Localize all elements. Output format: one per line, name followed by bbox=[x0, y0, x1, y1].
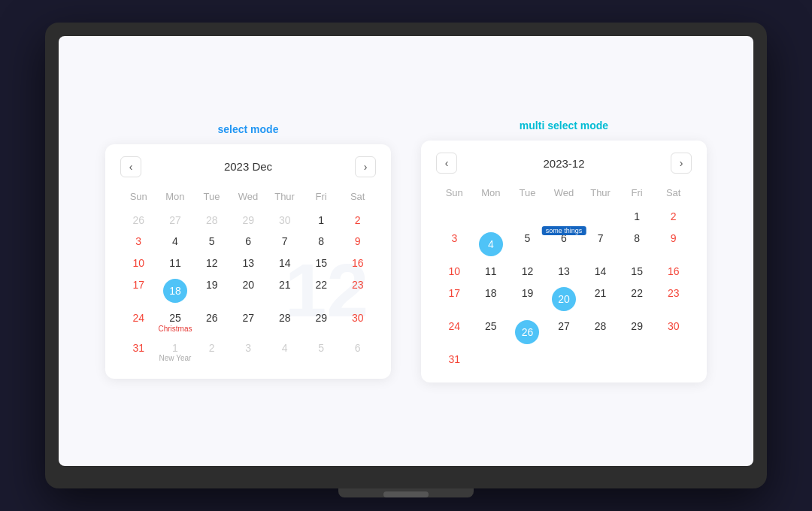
day-cell[interactable]: 5 bbox=[509, 228, 546, 261]
day-cell[interactable]: 6 bbox=[340, 337, 376, 367]
day-cell[interactable]: 20 bbox=[546, 283, 583, 316]
day-cell[interactable]: 20 bbox=[230, 274, 267, 307]
day-cell[interactable]: 22 bbox=[303, 274, 340, 307]
day-cell[interactable]: 29 bbox=[303, 307, 340, 337]
day-cell[interactable]: 21 bbox=[267, 274, 304, 307]
day-cell[interactable]: 6 bbox=[230, 231, 267, 252]
day-cell[interactable]: 25 bbox=[473, 316, 510, 349]
dow-cell: Tue bbox=[193, 188, 230, 205]
day-cell[interactable] bbox=[473, 349, 510, 370]
day-cell[interactable]: 5 bbox=[303, 337, 340, 367]
day-cell[interactable]: 2 bbox=[340, 210, 376, 231]
day-cell[interactable]: 13 bbox=[230, 252, 267, 274]
day-cell[interactable]: 15 bbox=[303, 252, 340, 274]
day-cell[interactable]: 7 bbox=[582, 228, 619, 261]
day-cell[interactable]: 14 bbox=[582, 261, 619, 283]
day-label: New Year bbox=[159, 354, 192, 362]
day-cell[interactable]: 16 bbox=[655, 261, 692, 283]
day-cell[interactable]: 22 bbox=[619, 283, 656, 316]
day-cell[interactable] bbox=[509, 349, 546, 370]
right-next-btn[interactable]: › bbox=[671, 153, 692, 174]
day-cell[interactable]: 27 bbox=[546, 316, 583, 349]
day-cell[interactable]: 3 bbox=[120, 231, 156, 252]
left-prev-btn[interactable]: ‹ bbox=[120, 156, 141, 177]
day-cell[interactable]: 23 bbox=[340, 274, 376, 307]
day-cell[interactable]: 3 bbox=[230, 337, 267, 367]
day-cell[interactable]: 12 bbox=[194, 252, 231, 274]
day-cell[interactable]: 6some things bbox=[546, 228, 583, 261]
day-cell[interactable]: 27 bbox=[156, 210, 193, 231]
right-dow-row: SunMonTueWedThurFriSat bbox=[436, 184, 692, 201]
day-cell[interactable]: 4 bbox=[267, 337, 304, 367]
day-cell[interactable]: 7 bbox=[267, 231, 304, 252]
day-cell[interactable]: 19 bbox=[194, 274, 231, 307]
day-cell[interactable]: 26 bbox=[509, 316, 546, 349]
day-cell[interactable]: 26 bbox=[120, 210, 156, 231]
dow-cell: Sat bbox=[339, 188, 376, 205]
day-cell[interactable]: 29 bbox=[230, 210, 267, 231]
day-cell[interactable]: 8 bbox=[619, 228, 656, 261]
right-calendar-section: multi select mode ‹ 2023-12 › SunMonTueW… bbox=[421, 119, 707, 382]
day-cell[interactable]: 24 bbox=[436, 316, 473, 349]
dow-cell: Wed bbox=[230, 188, 267, 205]
day-cell[interactable] bbox=[546, 349, 583, 370]
day-cell[interactable]: 23 bbox=[655, 283, 692, 316]
dow-cell: Fri bbox=[619, 184, 656, 201]
day-cell[interactable]: 2 bbox=[194, 337, 231, 367]
day-cell[interactable]: 31 bbox=[436, 349, 473, 370]
day-cell[interactable]: 28 bbox=[582, 316, 619, 349]
day-cell[interactable]: 18 bbox=[473, 283, 510, 316]
day-cell[interactable]: 11 bbox=[473, 261, 510, 283]
day-cell[interactable]: 16 bbox=[340, 252, 376, 274]
day-cell[interactable] bbox=[509, 206, 546, 228]
day-cell[interactable]: 21 bbox=[582, 283, 619, 316]
day-cell[interactable]: 28 bbox=[194, 210, 231, 231]
day-cell[interactable]: 5 bbox=[194, 231, 231, 252]
laptop-shell: select mode 12 ‹ 2023 Dec › SunMonTueWed… bbox=[45, 23, 767, 488]
day-cell[interactable] bbox=[546, 206, 583, 228]
day-cell[interactable]: 30 bbox=[655, 316, 692, 349]
day-cell[interactable]: 17 bbox=[436, 283, 473, 316]
day-cell[interactable]: 10 bbox=[120, 252, 156, 274]
day-cell[interactable]: 19 bbox=[509, 283, 546, 316]
day-cell[interactable]: 8 bbox=[303, 231, 340, 252]
day-cell[interactable]: 17 bbox=[120, 274, 156, 307]
day-cell[interactable]: 9 bbox=[655, 228, 692, 261]
left-next-btn[interactable]: › bbox=[355, 156, 376, 177]
day-cell[interactable]: 30 bbox=[340, 307, 376, 337]
day-cell[interactable]: 24 bbox=[120, 307, 156, 337]
day-cell[interactable]: 12 bbox=[509, 261, 546, 283]
right-prev-btn[interactable]: ‹ bbox=[436, 153, 457, 174]
day-cell[interactable]: 1New Year bbox=[156, 337, 193, 367]
day-cell[interactable]: 3 bbox=[436, 228, 473, 261]
day-cell[interactable]: 25Christmas bbox=[156, 307, 193, 337]
day-cell[interactable]: 11 bbox=[156, 252, 193, 274]
day-cell[interactable] bbox=[655, 349, 692, 370]
day-cell[interactable]: 13 bbox=[546, 261, 583, 283]
day-cell[interactable]: 1 bbox=[619, 206, 656, 228]
day-cell[interactable]: 31 bbox=[120, 337, 156, 367]
day-cell[interactable] bbox=[619, 349, 656, 370]
day-cell[interactable]: 18 bbox=[156, 274, 193, 307]
day-cell[interactable]: 4 bbox=[156, 231, 193, 252]
day-cell[interactable]: 28 bbox=[267, 307, 304, 337]
left-days-grid: 2627282930123456789101112131415161718192… bbox=[120, 210, 376, 367]
day-cell[interactable]: 4 bbox=[473, 228, 510, 261]
day-cell[interactable]: 9 bbox=[340, 231, 376, 252]
day-cell[interactable]: 10 bbox=[436, 261, 473, 283]
day-cell[interactable] bbox=[582, 206, 619, 228]
dow-cell: Sat bbox=[655, 184, 692, 201]
day-cell[interactable] bbox=[473, 206, 510, 228]
day-cell[interactable]: 15 bbox=[619, 261, 656, 283]
day-cell[interactable]: 26 bbox=[194, 307, 231, 337]
dow-cell: Mon bbox=[157, 188, 194, 205]
day-cell[interactable]: 27 bbox=[230, 307, 267, 337]
day-cell[interactable] bbox=[582, 349, 619, 370]
day-cell[interactable]: 30 bbox=[267, 210, 304, 231]
right-calendar-title: multi select mode bbox=[520, 119, 608, 132]
day-cell[interactable]: 1 bbox=[303, 210, 340, 231]
day-cell[interactable]: 29 bbox=[619, 316, 656, 349]
day-cell[interactable]: 14 bbox=[267, 252, 304, 274]
day-cell[interactable]: 2 bbox=[655, 206, 692, 228]
day-cell[interactable] bbox=[436, 206, 473, 228]
